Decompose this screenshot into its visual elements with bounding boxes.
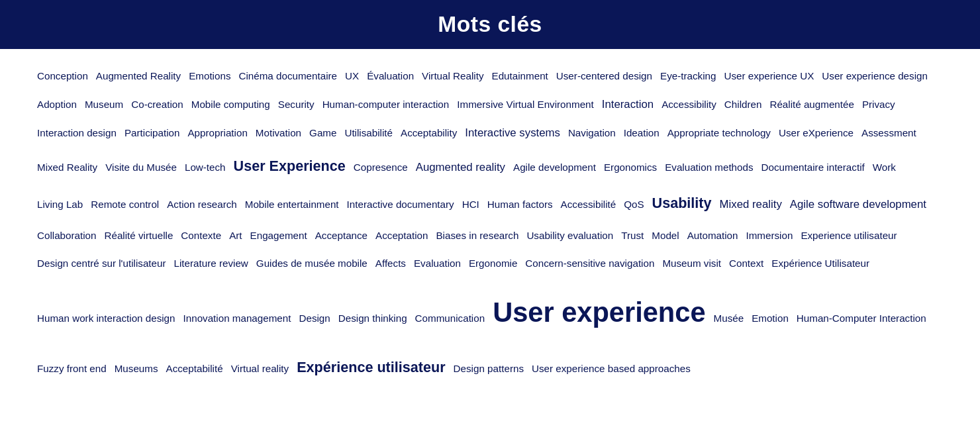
word-tag[interactable]: Évaluation <box>367 63 414 89</box>
word-tag[interactable]: Ergonomie <box>469 250 517 277</box>
word-tag[interactable]: Appropriate technology <box>667 120 771 146</box>
word-tag[interactable]: User experience UX <box>724 63 814 89</box>
word-tag[interactable]: Design centré sur l'utilisateur <box>37 250 166 277</box>
word-tag[interactable]: QoS <box>624 191 644 218</box>
word-tag[interactable]: Experience utilisateur <box>801 222 897 249</box>
word-tag[interactable]: Human-computer interaction <box>322 91 450 118</box>
word-tag[interactable]: Interaction <box>602 90 654 119</box>
word-tag[interactable]: User experience <box>493 277 705 348</box>
word-tag[interactable]: User-centered design <box>556 63 652 89</box>
word-tag[interactable]: Cinéma documentaire <box>238 63 337 89</box>
word-tag[interactable]: Augmented Reality <box>96 63 181 89</box>
word-tag[interactable]: Trust <box>621 222 644 249</box>
word-tag[interactable]: Acceptance <box>315 222 368 249</box>
word-tag[interactable]: Security <box>278 91 315 118</box>
word-tag[interactable]: Immersion <box>746 222 793 249</box>
word-tag[interactable]: Réalité virtuelle <box>105 222 173 249</box>
word-tag[interactable]: Privacy <box>862 91 895 118</box>
word-tag[interactable]: Engagement <box>250 222 307 249</box>
word-tag[interactable]: Co-creation <box>131 91 183 118</box>
word-tag[interactable]: Concern-sensitive navigation <box>525 250 654 277</box>
word-tag[interactable]: Interactive documentary <box>347 191 454 218</box>
word-tag[interactable]: Appropriation <box>187 120 247 146</box>
word-tag[interactable]: Agile development <box>513 154 596 181</box>
word-tag[interactable]: Collaboration <box>37 222 97 249</box>
word-tag[interactable]: Action research <box>167 191 237 218</box>
word-tag[interactable]: HCI <box>462 191 479 218</box>
word-tag[interactable]: User experience design <box>822 63 928 89</box>
word-tag[interactable]: Acceptabilité <box>166 356 223 382</box>
word-tag[interactable]: Guides de musée mobile <box>256 250 368 277</box>
word-tag[interactable]: Model <box>652 222 679 249</box>
word-tag[interactable]: Assessment <box>861 120 916 146</box>
word-tag[interactable]: Human-Computer Interaction <box>797 305 926 332</box>
word-tag[interactable]: Innovation management <box>183 305 291 332</box>
word-tag[interactable]: Mixed reality <box>720 190 782 219</box>
word-tag[interactable]: Musée <box>714 305 744 332</box>
word-tag[interactable]: Children <box>724 91 762 118</box>
word-tag[interactable]: Participation <box>124 120 180 146</box>
word-tag[interactable]: Design thinking <box>338 305 407 332</box>
word-tag[interactable]: Agile software development <box>790 190 926 219</box>
word-tag[interactable]: Contexte <box>181 222 221 249</box>
word-tag[interactable]: Accessibility <box>662 91 716 118</box>
word-tag[interactable]: Museums <box>115 356 158 382</box>
word-tag[interactable]: Communication <box>415 305 485 332</box>
word-tag[interactable]: User eXperience <box>779 120 854 146</box>
word-tag[interactable]: Edutainment <box>492 63 548 89</box>
word-tag[interactable]: Human work interaction design <box>37 305 175 332</box>
word-tag[interactable]: Interactive systems <box>465 119 560 148</box>
word-tag[interactable]: Documentaire interactif <box>761 154 865 181</box>
word-tag[interactable]: Accessibilité <box>561 191 616 218</box>
word-tag[interactable]: Visite du Musée <box>105 154 177 181</box>
word-tag[interactable]: Museum <box>85 91 123 118</box>
word-tag[interactable]: Motivation <box>256 120 301 146</box>
word-tag[interactable]: Affects <box>375 250 406 277</box>
word-tag[interactable]: Virtual Reality <box>422 63 483 89</box>
word-tag[interactable]: Immersive Virtual Environment <box>457 91 594 118</box>
word-tag[interactable]: Work <box>873 154 896 181</box>
word-tag[interactable]: Fuzzy front end <box>37 356 107 382</box>
word-tag[interactable]: Low-tech <box>185 154 226 181</box>
word-tag[interactable]: Literature review <box>174 250 248 277</box>
word-tag[interactable]: Emotion <box>752 305 789 332</box>
word-tag[interactable]: Eye-tracking <box>660 63 716 89</box>
word-tag[interactable]: Virtual reality <box>231 356 289 382</box>
word-tag[interactable]: Biases in research <box>436 222 518 249</box>
word-tag[interactable]: Expérience utilisateur <box>297 349 445 386</box>
word-tag[interactable]: Design <box>299 305 330 332</box>
word-tag[interactable]: Copresence <box>354 154 408 181</box>
word-tag[interactable]: Evaluation <box>414 250 461 277</box>
word-tag[interactable]: Game <box>309 120 336 146</box>
word-tag[interactable]: Navigation <box>568 120 616 146</box>
word-tag[interactable]: Acceptability <box>401 120 457 146</box>
word-tag[interactable]: Conception <box>37 63 88 89</box>
word-tag[interactable]: Evaluation methods <box>665 154 753 181</box>
word-tag[interactable]: Human factors <box>487 191 553 218</box>
word-tag[interactable]: Context <box>729 250 763 277</box>
word-tag[interactable]: Ideation <box>624 120 660 146</box>
word-tag[interactable]: Mobile computing <box>191 91 270 118</box>
word-tag[interactable]: Ergonomics <box>604 154 657 181</box>
word-tag[interactable]: Art <box>229 222 242 249</box>
word-tag[interactable]: Augmented reality <box>416 153 505 182</box>
word-tag[interactable]: User Experience <box>234 148 346 185</box>
word-tag[interactable]: Adoption <box>37 91 77 118</box>
word-tag[interactable]: Emotions <box>189 63 230 89</box>
word-tag[interactable]: UX <box>345 63 359 89</box>
word-tag[interactable]: Mobile entertainment <box>245 191 339 218</box>
word-tag[interactable]: Living Lab <box>37 191 83 218</box>
word-tag[interactable]: Museum visit <box>662 250 721 277</box>
word-tag[interactable]: Design patterns <box>454 356 524 382</box>
word-tag[interactable]: Utilisabilité <box>344 120 393 146</box>
word-tag[interactable]: Interaction design <box>37 120 117 146</box>
word-tag[interactable]: Acceptation <box>375 222 428 249</box>
word-tag[interactable]: Expérience Utilisateur <box>771 250 869 277</box>
word-tag[interactable]: Mixed Reality <box>37 154 97 181</box>
word-tag[interactable]: User experience based approaches <box>532 356 691 382</box>
word-tag[interactable]: Usability evaluation <box>526 222 613 249</box>
word-tag[interactable]: Réalité augmentée <box>769 91 854 118</box>
word-tag[interactable]: Automation <box>687 222 738 249</box>
word-tag[interactable]: Remote control <box>91 191 159 218</box>
word-tag[interactable]: Usability <box>652 185 712 222</box>
